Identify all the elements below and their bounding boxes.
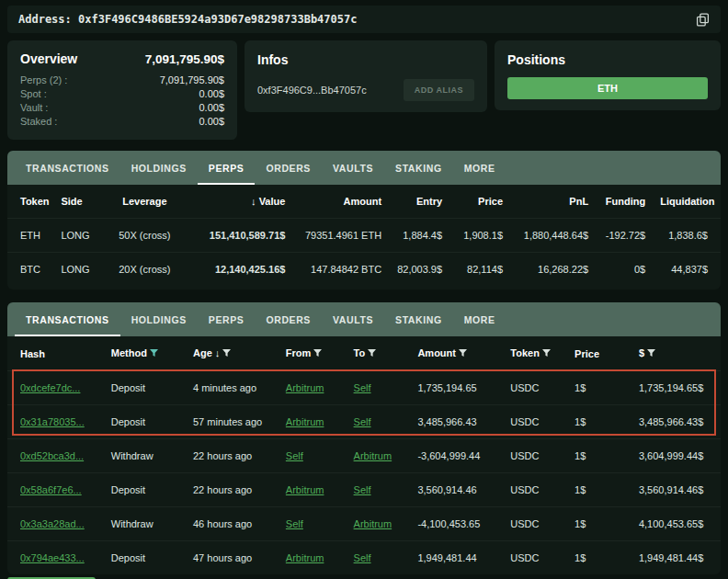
value-cell: 151,410,589.71$ — [186, 219, 292, 253]
method-cell: Deposit — [104, 541, 186, 575]
perps-table: Token Side Leverage ↓ Value Amount Entry… — [7, 185, 721, 286]
tab-perps[interactable]: PERPS — [198, 151, 256, 185]
col-amount[interactable]: Amount — [410, 336, 503, 371]
from-link[interactable]: Arbitrum — [286, 484, 324, 495]
usd-cell: 4,100,453.65$ — [631, 507, 721, 541]
tx-hash-link[interactable]: 0xdcefe7dc... — [20, 382, 80, 393]
col-token[interactable]: Token — [503, 336, 567, 371]
tab-holdings[interactable]: HOLDINGS — [120, 151, 198, 185]
from-link[interactable]: Self — [286, 450, 303, 461]
side-cell: LONG — [53, 219, 103, 253]
col-from[interactable]: From — [279, 336, 347, 371]
amount-cell: 3,560,914.46 — [410, 473, 503, 507]
overview-label: Spot : — [20, 87, 47, 101]
col-method[interactable]: Method — [104, 336, 186, 371]
to-link[interactable]: Arbitrum — [354, 518, 392, 529]
infos-title: Infos — [257, 52, 288, 67]
col-liquidation: Liquidation — [653, 185, 721, 219]
overview-label: Vault : — [20, 101, 48, 115]
method-cell: Deposit — [104, 371, 186, 405]
col-pnl: PnL — [510, 185, 596, 219]
overview-row-perps: Perps (2) : 7,091,795.90$ — [20, 74, 224, 87]
to-link[interactable]: Self — [354, 552, 371, 563]
col-usd[interactable]: $ — [631, 336, 721, 371]
overview-value: 0.00$ — [199, 115, 224, 129]
tab-vaults[interactable]: VAULTS — [322, 151, 384, 185]
tab-holdings[interactable]: HOLDINGS — [120, 302, 198, 336]
overview-card: Overview 7,091,795.90$ Perps (2) : 7,091… — [7, 40, 237, 140]
from-link[interactable]: Arbitrum — [286, 416, 324, 427]
to-link[interactable]: Arbitrum — [354, 450, 392, 461]
amount-cell: -3,604,999.44 — [410, 439, 503, 473]
token-cell: USDC — [503, 405, 567, 439]
method-cell: Deposit — [104, 405, 186, 439]
perps-panel: TRANSACTIONS HOLDINGS PERPS ORDERS VAULT… — [7, 151, 721, 290]
amount-cell: 147.84842 BTC — [292, 253, 389, 287]
amount-cell: 1,949,481.44 — [410, 541, 503, 575]
price-cell: 1,908.1$ — [449, 219, 510, 253]
col-price: Price — [449, 185, 510, 219]
amount-cell: 79351.4961 ETH — [292, 219, 389, 253]
perps-tabstrip: TRANSACTIONS HOLDINGS PERPS ORDERS VAULT… — [7, 151, 721, 185]
leverage-cell: 50X (cross) — [104, 219, 186, 253]
usd-cell: 3,560,914.46$ — [631, 473, 721, 507]
tx-hash-link[interactable]: 0x794ae433... — [20, 552, 85, 563]
summary-cards: Overview 7,091,795.90$ Perps (2) : 7,091… — [7, 40, 721, 140]
tab-orders[interactable]: ORDERS — [255, 151, 322, 185]
tx-row: 0x58a6f7e6... Deposit 22 hours ago Arbit… — [7, 473, 721, 507]
tab-vaults[interactable]: VAULTS — [322, 302, 384, 336]
tab-transactions[interactable]: TRANSACTIONS — [15, 151, 120, 185]
col-age[interactable]: Age ↓ — [186, 336, 279, 371]
amount-cell: 3,485,966.43 — [410, 405, 503, 439]
age-cell: 57 minutes ago — [186, 405, 279, 439]
tab-transactions[interactable]: TRANSACTIONS — [15, 302, 120, 336]
tx-row: 0x3a3a28ad... Withdraw 46 hours ago Self… — [7, 507, 721, 541]
perps-header-row: Token Side Leverage ↓ Value Amount Entry… — [7, 185, 721, 219]
tx-hash-link[interactable]: 0xd52bca3d... — [20, 450, 84, 461]
tx-hash-link[interactable]: 0x3a3a28ad... — [20, 518, 85, 529]
tab-orders[interactable]: ORDERS — [255, 302, 322, 336]
tab-perps[interactable]: PERPS — [198, 302, 256, 336]
positions-card: Positions ETH — [495, 40, 721, 110]
wallet-address: Address: 0xf3F496C9486BE5924a93D67e98298… — [18, 13, 357, 26]
tx-row: 0x31a78035... Deposit 57 minutes ago Arb… — [7, 405, 721, 439]
copy-icon[interactable] — [696, 13, 710, 27]
pnl-cell: 1,880,448.64$ — [510, 219, 596, 253]
usd-cell: 3,604,999.44$ — [631, 439, 721, 473]
position-eth-button[interactable]: ETH — [507, 77, 708, 99]
col-hash: Hash — [7, 336, 104, 371]
tx-row: 0x794ae433... Deposit 47 hours ago Arbit… — [7, 541, 721, 575]
tab-staking[interactable]: STAKING — [384, 151, 453, 185]
liquidation-cell: 1,838.6$ — [653, 219, 721, 253]
method-cell: Withdraw — [104, 507, 186, 541]
col-to[interactable]: To — [347, 336, 411, 371]
from-link[interactable]: Self — [286, 518, 303, 529]
tx-hash-link[interactable]: 0x31a78035... — [20, 416, 85, 427]
tab-more[interactable]: MORE — [453, 151, 506, 185]
tab-more[interactable]: MORE — [453, 302, 506, 336]
from-link[interactable]: Arbitrum — [286, 552, 324, 563]
col-value[interactable]: ↓ Value — [186, 185, 292, 219]
age-cell: 22 hours ago — [186, 473, 279, 507]
from-link[interactable]: Arbitrum — [286, 382, 324, 393]
positions-title: Positions — [507, 52, 565, 67]
overview-value: 7,091,795.90$ — [160, 74, 224, 87]
tab-staking[interactable]: STAKING — [384, 302, 453, 336]
price-cell: 1$ — [567, 541, 631, 575]
pnl-cell: 16,268.22$ — [510, 253, 596, 287]
entry-cell: 1,884.4$ — [389, 219, 449, 253]
tx-hash-link[interactable]: 0x58a6f7e6... — [20, 484, 82, 495]
filter-icon — [647, 348, 655, 359]
overview-row-spot: Spot : 0.00$ — [20, 87, 224, 101]
method-cell: Withdraw — [104, 439, 186, 473]
to-link[interactable]: Self — [354, 484, 371, 495]
address-bar: Address: 0xf3F496C9486BE5924a93D67e98298… — [7, 6, 721, 33]
token-cell: BTC — [7, 253, 53, 287]
sort-desc-icon: ↓ — [251, 196, 256, 207]
price-cell: 1$ — [567, 371, 631, 405]
infos-card: Infos 0xf3F496C9...Bb47057c ADD ALIAS — [245, 40, 487, 112]
overview-label: Staked : — [20, 115, 57, 129]
to-link[interactable]: Self — [354, 382, 371, 393]
add-alias-button[interactable]: ADD ALIAS — [404, 79, 474, 101]
to-link[interactable]: Self — [354, 416, 371, 427]
